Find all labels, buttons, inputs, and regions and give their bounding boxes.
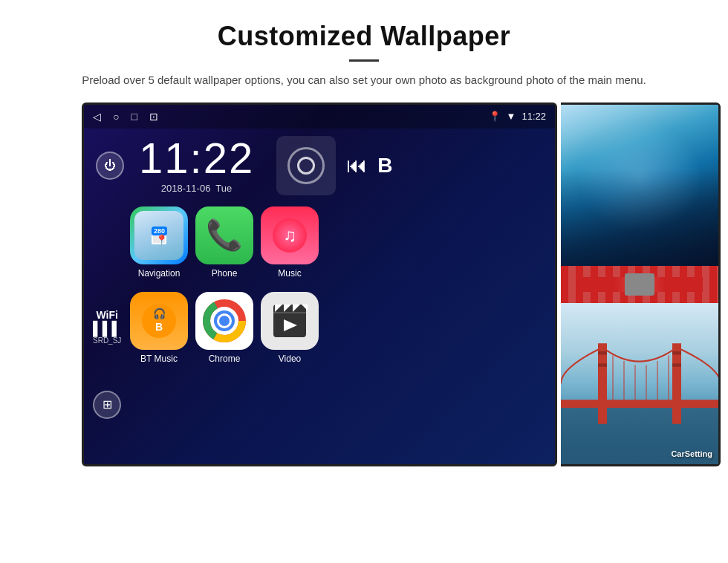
- svg-text:♫: ♫: [283, 225, 296, 245]
- bt-music-label: BT Music: [140, 354, 178, 364]
- status-time: 11:22: [521, 111, 546, 122]
- wifi-indicator: WiFi ▌▌▌ SRD_SJ: [93, 309, 121, 345]
- video-label: Video: [279, 354, 301, 364]
- svg-rect-22: [672, 343, 681, 424]
- apps-grid-button[interactable]: ⊞: [93, 391, 121, 419]
- clock-date: 2018-11-06 Tue: [139, 183, 254, 194]
- ice-shadow: [561, 105, 718, 266]
- android-screen: ◁ ○ □ ⊡ 📍 ▼ 11:22 ⏻ 11:22 2018-11-06 Tue: [82, 102, 557, 466]
- app-music[interactable]: ♫ Music: [261, 206, 319, 279]
- skip-back-icon[interactable]: ⏮: [346, 153, 367, 178]
- page-title: Customized Wallpaper: [59, 21, 669, 52]
- music-label: Music: [278, 268, 301, 279]
- power-button[interactable]: ⏻: [96, 152, 124, 180]
- signal-icon: ▼: [507, 111, 516, 122]
- clock-area: ⏻ 11:22 2018-11-06 Tue ⏮ B: [84, 128, 555, 203]
- svg-rect-18: [273, 312, 306, 313]
- svg-point-11: [219, 316, 230, 326]
- strip-bar: [576, 277, 703, 292]
- page-header: Customized Wallpaper Preload over 5 defa…: [0, 0, 728, 102]
- app-row-2: 🎧 B BT Music: [84, 288, 555, 368]
- nav-road: 280 📍: [152, 227, 166, 244]
- svg-rect-25: [672, 351, 681, 354]
- navigation-icon-inner: 280 📍: [134, 211, 183, 260]
- svg-rect-13: [273, 305, 306, 337]
- chrome-icon: [195, 292, 253, 350]
- chrome-label: Chrome: [209, 354, 241, 364]
- wallpaper-panels: CarSetting: [561, 102, 721, 466]
- title-divider: [349, 59, 379, 62]
- app-video[interactable]: Video: [261, 292, 319, 364]
- svg-text:🎧: 🎧: [153, 307, 166, 320]
- nav-pin: 📍: [155, 234, 168, 246]
- svg-rect-23: [598, 351, 607, 354]
- svg-rect-26: [672, 363, 681, 366]
- bt-music-icon: 🎧 B: [130, 292, 188, 350]
- screenshot-icon: ⊡: [149, 111, 158, 123]
- navigation-icon: 280 📍: [130, 206, 188, 264]
- wallpaper-top-panel: [561, 105, 718, 266]
- clock-time: 11:22: [139, 137, 254, 180]
- music-icon: ♫: [261, 206, 319, 264]
- wallpaper-top-image: [561, 105, 718, 266]
- video-svg: [267, 299, 312, 343]
- navigation-label: Navigation: [138, 268, 181, 279]
- app-chrome[interactable]: Chrome: [195, 292, 253, 364]
- wifi-bars-icon: ▌▌▌: [93, 321, 121, 336]
- signal-circle: [287, 147, 325, 184]
- phone-label: Phone: [212, 268, 238, 279]
- signal-widget: [276, 136, 336, 195]
- svg-rect-21: [598, 343, 607, 424]
- chrome-svg: [202, 299, 247, 343]
- clock-display: 11:22 2018-11-06 Tue: [139, 137, 254, 194]
- wallpaper-bottom-panel: CarSetting: [561, 303, 718, 464]
- video-icon: [261, 292, 319, 350]
- recent-icon: □: [131, 111, 137, 123]
- bridge-svg: [561, 303, 718, 464]
- signal-inner: [297, 157, 315, 175]
- svg-rect-27: [561, 400, 718, 408]
- app-phone[interactable]: 📞 Phone: [195, 206, 253, 279]
- app-bt-music[interactable]: 🎧 B BT Music: [130, 292, 188, 364]
- app-row-1: 280 📍 Navigation 📞 Phone: [84, 203, 555, 282]
- letter-b-widget: B: [377, 154, 392, 178]
- location-icon: 📍: [489, 111, 501, 122]
- wifi-label: WiFi: [93, 309, 121, 321]
- status-right: 📍 ▼ 11:22: [489, 111, 546, 122]
- svg-rect-24: [598, 363, 607, 366]
- android-wrapper: ◁ ○ □ ⊡ 📍 ▼ 11:22 ⏻ 11:22 2018-11-06 Tue: [82, 102, 721, 466]
- carsetting-label: CarSetting: [671, 449, 712, 458]
- wallpaper-middle-panel: [561, 266, 718, 303]
- app-navigation[interactable]: 280 📍 Navigation: [130, 206, 188, 279]
- wifi-ssid: SRD_SJ: [93, 336, 121, 345]
- home-icon: ○: [113, 111, 119, 123]
- status-bar: ◁ ○ □ ⊡ 📍 ▼ 11:22: [84, 105, 555, 128]
- page-description: Preload over 5 default wallpaper options…: [59, 72, 669, 89]
- phone-icon: 📞: [195, 206, 253, 264]
- clock-widgets: ⏮ B: [276, 136, 392, 195]
- svg-text:B: B: [155, 321, 163, 333]
- music-svg: ♫: [271, 217, 308, 254]
- phone-emoji: 📞: [206, 218, 243, 253]
- strip-center: [625, 273, 654, 296]
- status-left: ◁ ○ □ ⊡: [93, 111, 158, 123]
- bt-svg: 🎧 B: [140, 302, 178, 339]
- wallpaper-strip: [561, 266, 718, 303]
- back-icon: ◁: [93, 111, 101, 123]
